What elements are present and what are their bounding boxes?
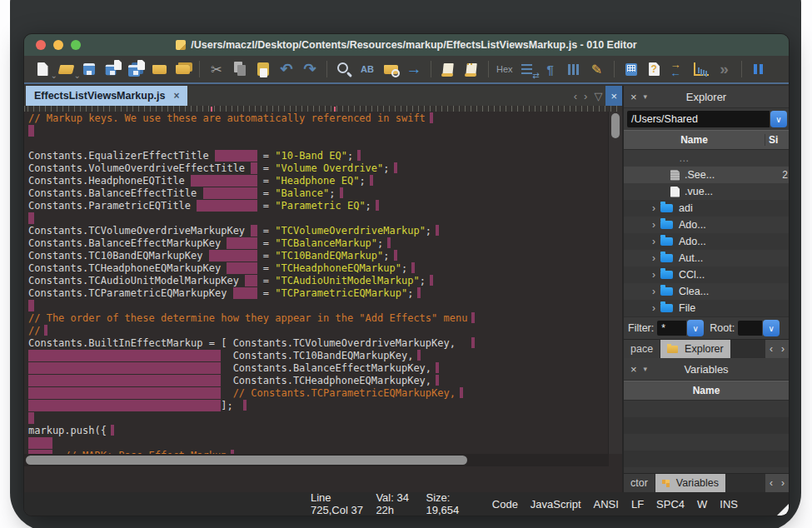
check-syntax-button[interactable] (644, 58, 665, 80)
tabs-prev-button[interactable]: ‹ (765, 477, 777, 489)
code-string: "TCBalanceMarkup" (275, 237, 377, 249)
title-bar[interactable]: /Users/maczl/Desktop/Contents/Resources/… (24, 34, 789, 56)
explorer-row[interactable]: .See...2 (624, 167, 789, 183)
code-line: // The order of these determine how they… (28, 312, 609, 325)
close-window-button[interactable] (36, 40, 46, 50)
redo-button[interactable]: ↷ (299, 58, 321, 80)
replace-button[interactable]: AB (356, 58, 378, 80)
paste-button[interactable] (252, 58, 274, 80)
explorer-row[interactable]: ›Aut... (624, 250, 789, 266)
variables-row[interactable] (624, 417, 789, 434)
highlight-button[interactable]: ✎ (586, 58, 608, 80)
code-line: Constants.TCParametricEQMarkupKey = "TCP… (28, 287, 609, 300)
code-text: ; (383, 162, 389, 174)
tab-inspector-partial[interactable]: ctor (624, 474, 655, 492)
code-line: ]; (28, 400, 609, 412)
expander-icon[interactable]: › (652, 236, 660, 247)
variables-menu-icon[interactable]: ▾ (644, 365, 648, 373)
selected-whitespace (245, 275, 257, 286)
expander-icon[interactable]: › (652, 252, 660, 264)
maximize-window-button[interactable] (71, 40, 81, 50)
convert-button[interactable] (667, 58, 689, 80)
histogram-button[interactable] (690, 58, 712, 80)
column-mode-button[interactable] (563, 58, 585, 80)
open-multiple-button[interactable] (172, 58, 193, 80)
explorer-row[interactable]: ›Ado... (624, 233, 789, 250)
explorer-row[interactable]: ›adi (624, 200, 789, 217)
explorer-row[interactable]: ›File (624, 300, 789, 316)
explorer-path-field[interactable]: /Users/Shared (627, 111, 770, 127)
explorer-row[interactable]: .vue... (624, 183, 789, 200)
resize-grip[interactable] (777, 504, 789, 516)
expander-icon[interactable]: › (652, 219, 660, 231)
cut-button: ✂ (206, 58, 227, 80)
root-field[interactable] (738, 321, 762, 336)
tab-menu-button[interactable]: ▽ (590, 90, 605, 102)
open-folder-button[interactable] (148, 58, 170, 80)
run-script-button[interactable] (437, 58, 459, 80)
expander-icon[interactable]: › (652, 202, 660, 214)
run-template-button[interactable] (461, 58, 482, 80)
vertical-scrollbar[interactable] (608, 112, 622, 454)
show-whitespace-button[interactable]: ¶ (540, 58, 561, 80)
tab-explorer[interactable]: Explorer (660, 340, 731, 358)
variables-row[interactable] (624, 451, 789, 467)
find-button[interactable] (333, 58, 355, 80)
variables-row[interactable] (624, 401, 789, 417)
expander-icon[interactable]: › (652, 286, 660, 297)
explorer-row[interactable]: ›Ado... (624, 217, 789, 233)
tab-workspace-partial[interactable]: pace (624, 340, 660, 358)
expander-icon[interactable]: › (652, 269, 660, 281)
save-as-button[interactable] (102, 58, 123, 80)
toolbar-separator (741, 61, 742, 77)
code-text: ; (366, 200, 371, 212)
calculator-button[interactable] (620, 58, 642, 80)
vertical-scrollbar-thumb[interactable] (611, 113, 620, 138)
save-button[interactable] (78, 58, 100, 80)
tabs-next-button[interactable]: › (777, 477, 789, 489)
tab-prev-button[interactable]: ‹ (570, 90, 580, 102)
explorer-close-icon[interactable]: × (630, 91, 637, 103)
explorer-item-label: Aut... (679, 252, 703, 264)
explorer-menu-icon[interactable]: ▾ (644, 92, 648, 101)
name-column-header[interactable]: Name (624, 134, 765, 146)
tab-next-button[interactable]: › (580, 90, 590, 102)
right-panel: × ▾ Explorer /Users/Shared ∨ Name Si ….S… (624, 86, 789, 492)
horizontal-scrollbar[interactable] (24, 454, 609, 466)
code-text: = (257, 150, 276, 162)
code-editor[interactable]: // Markup keys. We use these are automat… (24, 112, 609, 454)
size-column-header[interactable]: Si (765, 134, 789, 146)
template-overlay (467, 63, 474, 65)
explorer-path-dropdown-button[interactable]: ∨ (770, 111, 787, 127)
find-in-files-button[interactable] (380, 58, 401, 80)
explorer-tab-strip: pace Explorer ‹ › (624, 339, 789, 358)
tabs-prev-button[interactable]: ‹ (765, 343, 777, 355)
goto-button[interactable]: → (403, 58, 425, 80)
tabs-next-button[interactable]: › (777, 343, 789, 355)
explorer-row[interactable]: ›CCl... (624, 266, 789, 283)
minimize-window-button[interactable] (53, 40, 63, 50)
edit-as-hex-button[interactable] (516, 58, 538, 80)
explorer-row[interactable]: ›Clea... (624, 283, 789, 300)
folder-icon (660, 271, 673, 279)
folder-icon (660, 221, 673, 229)
horizontal-scrollbar-thumb[interactable] (26, 456, 467, 465)
open-file-button[interactable] (55, 58, 77, 80)
tab-close-icon[interactable]: × (173, 90, 179, 102)
filter-field[interactable]: * (657, 321, 686, 336)
variables-name-column[interactable]: Name (624, 385, 789, 396)
expander-icon[interactable]: › (652, 302, 660, 314)
undo-button[interactable]: ↶ (276, 58, 297, 80)
tab-list-close-button[interactable]: × (605, 86, 622, 106)
new-file-button[interactable] (32, 58, 53, 80)
tab-variables[interactable]: Variables (655, 474, 726, 492)
pause-button[interactable] (748, 58, 770, 80)
explorer-row[interactable]: … (624, 150, 789, 167)
folder-icon (660, 204, 673, 212)
filter-dropdown-button[interactable]: ∨ (687, 320, 704, 336)
variables-row[interactable] (624, 434, 789, 451)
variables-close-icon[interactable]: × (630, 363, 637, 376)
save-all-button[interactable] (125, 58, 147, 80)
tab-effectslistviewsmarkup[interactable]: EffectsListViewsMarkup.js × (26, 86, 187, 106)
root-dropdown-button[interactable]: ∨ (763, 320, 780, 336)
